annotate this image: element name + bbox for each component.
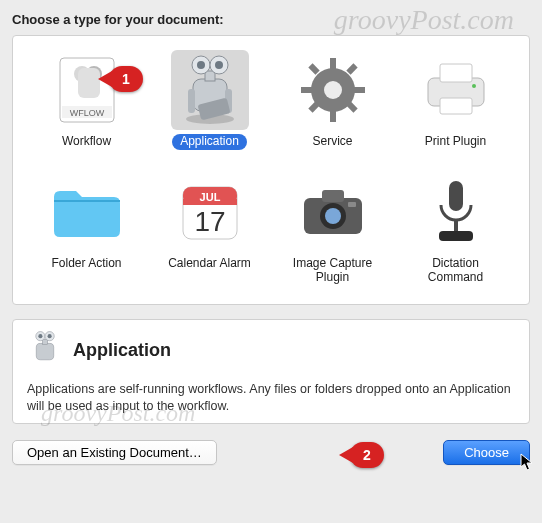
type-label: Calendar Alarm <box>160 256 259 272</box>
open-existing-button[interactable]: Open an Existing Document… <box>12 440 217 465</box>
svg-rect-19 <box>301 87 313 93</box>
svg-rect-23 <box>346 63 357 74</box>
type-dictation[interactable]: Dictation Command <box>394 172 517 294</box>
automator-app-icon <box>171 50 249 130</box>
description-body: Applications are self-running workflows.… <box>27 381 515 415</box>
type-print-plugin[interactable]: Print Plugin <box>394 50 517 172</box>
type-label: Folder Action <box>43 256 129 272</box>
document-type-grid: 1 WFLOW Workflow <box>12 35 530 305</box>
svg-rect-43 <box>36 343 53 359</box>
type-application[interactable]: Application <box>148 50 271 172</box>
svg-rect-18 <box>330 110 336 122</box>
svg-point-38 <box>325 208 341 224</box>
automator-app-icon-small <box>27 330 63 371</box>
choose-type-prompt: Choose a type for your document: <box>12 12 530 27</box>
wflow-icon: WFLOW <box>48 50 126 130</box>
camera-icon <box>294 172 372 252</box>
svg-point-11 <box>197 61 205 69</box>
svg-rect-40 <box>449 181 463 211</box>
printer-icon <box>417 50 495 130</box>
svg-rect-36 <box>322 190 344 202</box>
svg-rect-28 <box>440 98 472 114</box>
description-panel: Application Applications are self-runnin… <box>12 319 530 424</box>
svg-point-25 <box>324 81 342 99</box>
svg-rect-39 <box>348 202 356 207</box>
svg-rect-13 <box>188 89 195 113</box>
gear-icon <box>294 50 372 130</box>
svg-point-12 <box>215 61 223 69</box>
svg-point-29 <box>472 84 476 88</box>
type-label: Service <box>304 134 360 150</box>
type-label: Print Plugin <box>417 134 494 150</box>
description-title: Application <box>73 340 171 361</box>
type-label: Dictation Command <box>401 256 511 286</box>
type-label: Application <box>172 134 247 150</box>
type-folder-action[interactable]: Folder Action <box>25 172 148 294</box>
choose-button[interactable]: Choose <box>443 440 530 465</box>
type-image-capture[interactable]: Image Capture Plugin <box>271 172 394 294</box>
svg-text:JUL: JUL <box>199 191 220 203</box>
svg-rect-17 <box>330 58 336 70</box>
svg-text:17: 17 <box>194 206 225 237</box>
annotation-pin-2: 2 <box>350 442 384 468</box>
svg-rect-27 <box>440 64 472 82</box>
svg-point-48 <box>48 334 52 338</box>
calendar-icon: JUL 17 <box>171 172 249 252</box>
svg-rect-21 <box>308 63 319 74</box>
svg-rect-20 <box>353 87 365 93</box>
svg-text:WFLOW: WFLOW <box>69 108 104 118</box>
type-workflow[interactable]: 1 WFLOW Workflow <box>25 50 148 172</box>
microphone-icon <box>417 172 495 252</box>
type-label: Workflow <box>54 134 119 150</box>
button-row: Open an Existing Document… 2 Close Choos… <box>12 440 530 465</box>
svg-rect-41 <box>454 219 458 231</box>
folder-icon <box>48 172 126 252</box>
type-label: Image Capture Plugin <box>278 256 388 286</box>
type-calendar-alarm[interactable]: JUL 17 Calendar Alarm <box>148 172 271 294</box>
svg-rect-3 <box>78 68 100 98</box>
svg-point-47 <box>38 334 42 338</box>
type-service[interactable]: Service <box>271 50 394 172</box>
svg-rect-42 <box>439 231 473 241</box>
